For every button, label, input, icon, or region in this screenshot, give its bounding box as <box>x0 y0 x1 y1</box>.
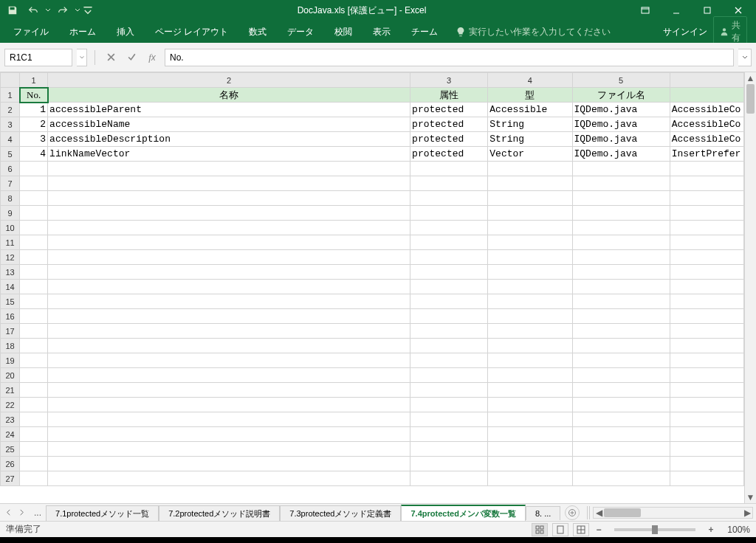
cell[interactable] <box>20 353 48 368</box>
tab-page-layout[interactable]: ページ レイアウト <box>145 21 238 43</box>
cell[interactable] <box>410 427 488 442</box>
view-page-break-button[interactable] <box>573 523 589 536</box>
cell[interactable] <box>488 412 572 427</box>
cell[interactable] <box>572 206 670 221</box>
cell-header-file[interactable]: ファイル名 <box>572 88 670 103</box>
sheet-tab[interactable]: 7.2protectedメソッド説明書 <box>159 505 280 522</box>
row-header[interactable]: 2 <box>1 103 20 117</box>
cell[interactable] <box>410 324 488 339</box>
cell[interactable] <box>572 250 670 265</box>
cell[interactable] <box>488 309 572 324</box>
cell[interactable] <box>670 427 743 442</box>
scroll-thumb[interactable] <box>746 84 755 114</box>
cell[interactable] <box>488 191 572 206</box>
expand-formula-bar[interactable] <box>738 49 752 66</box>
zoom-in-button[interactable]: + <box>706 525 716 535</box>
zoom-slider[interactable] <box>614 528 695 531</box>
cell[interactable] <box>488 398 572 412</box>
cell[interactable] <box>670 383 743 398</box>
cell[interactable] <box>48 162 410 176</box>
cell-header-type[interactable]: 型 <box>488 88 572 103</box>
cell[interactable] <box>48 191 410 206</box>
zoom-slider-thumb[interactable] <box>652 525 658 534</box>
cell[interactable]: String <box>488 132 572 147</box>
cell-header-no[interactable]: No. <box>20 88 48 103</box>
cell[interactable] <box>488 294 572 309</box>
cell[interactable] <box>20 280 48 294</box>
cell[interactable] <box>410 176 488 191</box>
col-header[interactable]: 3 <box>410 73 488 88</box>
row-header[interactable]: 21 <box>1 383 20 398</box>
cell-header-attr[interactable]: 属性 <box>410 88 488 103</box>
cell[interactable] <box>48 412 410 427</box>
cell[interactable] <box>572 294 670 309</box>
cell[interactable] <box>670 235 743 250</box>
cell[interactable] <box>48 368 410 383</box>
row-header[interactable]: 10 <box>1 221 20 235</box>
cell[interactable]: protected <box>410 132 488 147</box>
tab-review[interactable]: 校閲 <box>324 21 362 43</box>
cell[interactable] <box>410 383 488 398</box>
cell[interactable]: 4 <box>20 147 48 162</box>
row-header[interactable]: 17 <box>1 324 20 339</box>
cell[interactable] <box>20 191 48 206</box>
sheet-tab-active[interactable]: 7.4protectedメンバ変数一覧 <box>401 505 525 522</box>
cell[interactable] <box>48 265 410 280</box>
cell[interactable]: accessibleParent <box>48 103 410 117</box>
cell[interactable] <box>572 235 670 250</box>
row-header[interactable]: 14 <box>1 280 20 294</box>
cell[interactable] <box>410 368 488 383</box>
row-header[interactable]: 27 <box>1 471 20 486</box>
cell[interactable] <box>488 427 572 442</box>
tab-formulas[interactable]: 数式 <box>238 21 277 43</box>
sheet-tab[interactable]: 7.3protectedメソッド定義書 <box>280 505 401 522</box>
cell[interactable] <box>410 412 488 427</box>
row-header[interactable]: 9 <box>1 206 20 221</box>
row-header[interactable]: 24 <box>1 427 20 442</box>
cell[interactable] <box>572 162 670 176</box>
name-box-dropdown[interactable] <box>77 49 87 66</box>
cell[interactable] <box>488 221 572 235</box>
cell[interactable] <box>572 221 670 235</box>
cell[interactable] <box>410 353 488 368</box>
cell[interactable] <box>48 427 410 442</box>
cell[interactable] <box>20 250 48 265</box>
scroll-down-arrow[interactable]: ▼ <box>745 491 756 503</box>
tab-data[interactable]: データ <box>277 21 324 43</box>
cell[interactable] <box>670 324 743 339</box>
new-sheet-button[interactable] <box>565 505 580 520</box>
enter-formula-button[interactable] <box>123 49 140 66</box>
cell[interactable] <box>670 471 743 486</box>
cell[interactable]: 2 <box>20 117 48 132</box>
cell[interactable] <box>20 383 48 398</box>
cell[interactable] <box>20 235 48 250</box>
cell[interactable] <box>48 398 410 412</box>
cell[interactable] <box>572 280 670 294</box>
cell[interactable]: protected <box>410 103 488 117</box>
cell[interactable]: accessibleName <box>48 117 410 132</box>
cell[interactable] <box>572 309 670 324</box>
cell[interactable] <box>410 191 488 206</box>
cell[interactable] <box>572 457 670 471</box>
cell[interactable] <box>20 309 48 324</box>
cell[interactable] <box>20 339 48 353</box>
name-box[interactable]: R1C1 <box>4 49 72 66</box>
cell[interactable] <box>670 442 743 457</box>
cell[interactable] <box>20 221 48 235</box>
row-header[interactable]: 6 <box>1 162 20 176</box>
cell[interactable] <box>488 176 572 191</box>
cell[interactable] <box>48 442 410 457</box>
row-header[interactable]: 11 <box>1 235 20 250</box>
cell[interactable] <box>572 191 670 206</box>
cell[interactable]: InsertPrefer <box>670 147 743 162</box>
cell[interactable] <box>48 309 410 324</box>
col-header[interactable]: 4 <box>488 73 572 88</box>
cell[interactable] <box>48 176 410 191</box>
cell[interactable] <box>410 280 488 294</box>
cell[interactable] <box>572 324 670 339</box>
cell[interactable] <box>670 339 743 353</box>
cell[interactable] <box>572 176 670 191</box>
cell[interactable]: linkNameVector <box>48 147 410 162</box>
cell[interactable] <box>48 250 410 265</box>
cell[interactable] <box>48 471 410 486</box>
